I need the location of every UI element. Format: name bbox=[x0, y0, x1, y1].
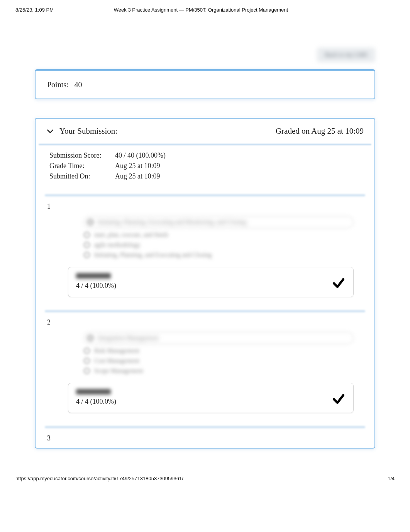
feedback-box: Feedback 4 / 4 (100.0%) bbox=[68, 383, 354, 413]
radio-icon bbox=[83, 367, 90, 374]
answer-option-selected[interactable]: Initiating, Planning, Executing and Moni… bbox=[83, 216, 354, 228]
feedback-label: Feedback bbox=[76, 273, 111, 279]
answer-text: Scope Management bbox=[94, 367, 143, 374]
submission-score-label: Submission Score: bbox=[49, 151, 115, 160]
submission-header[interactable]: Your Submission: Graded on Aug 25 at 10:… bbox=[36, 119, 374, 144]
question-block: 1 Initiating, Planning, Executing and Mo… bbox=[36, 200, 374, 307]
radio-icon bbox=[83, 252, 90, 258]
back-to-lms-button[interactable]: Back to my LMS bbox=[317, 48, 375, 62]
question-number: 1 bbox=[45, 200, 365, 214]
answer-text: Risk Management bbox=[94, 347, 139, 354]
radio-icon bbox=[83, 357, 90, 364]
answer-options: Integration Management Risk Management C… bbox=[83, 330, 354, 376]
divider bbox=[45, 310, 365, 312]
points-card: Points: 40 bbox=[35, 69, 375, 99]
print-timestamp: 8/25/23, 1:09 PM bbox=[15, 7, 54, 13]
answer-text: start, plan, execute, and finish bbox=[94, 231, 168, 238]
divider bbox=[45, 426, 365, 428]
radio-icon bbox=[87, 335, 94, 342]
answer-text: Initiating, Planning, and Executing and … bbox=[94, 252, 212, 258]
submitted-on-value: Aug 25 at 10:09 bbox=[115, 172, 160, 180]
radio-icon bbox=[83, 347, 90, 354]
answer-options: Initiating, Planning, Executing and Moni… bbox=[83, 214, 354, 260]
question-block: 3 bbox=[36, 432, 374, 448]
submission-card: Your Submission: Graded on Aug 25 at 10:… bbox=[35, 118, 375, 449]
answer-option[interactable]: agile methodology bbox=[83, 240, 354, 250]
answer-text: Integration Management bbox=[98, 335, 159, 342]
question-number: 2 bbox=[45, 316, 365, 330]
print-footer: https://app.myeducator.com/course/activi… bbox=[0, 464, 410, 488]
answer-text: agile methodology bbox=[94, 241, 141, 248]
feedback-label: Feedback bbox=[76, 389, 111, 394]
answer-text: Initiating, Planning, Executing and Moni… bbox=[98, 219, 246, 226]
graded-on-text: Graded on Aug 25 at 10:09 bbox=[276, 126, 364, 136]
answer-option[interactable]: start, plan, execute, and finish bbox=[83, 230, 354, 240]
question-score: 4 / 4 (100.0%) bbox=[76, 282, 332, 290]
divider bbox=[39, 144, 371, 145]
divider bbox=[45, 194, 365, 196]
answer-option[interactable]: Cost Management bbox=[83, 356, 354, 366]
print-url: https://app.myeducator.com/course/activi… bbox=[15, 476, 183, 481]
answer-option[interactable]: Risk Management bbox=[83, 346, 354, 356]
radio-icon bbox=[87, 219, 94, 226]
print-header: 8/25/23, 1:09 PM Week 3 Practice Assignm… bbox=[0, 0, 410, 13]
feedback-box: Feedback 4 / 4 (100.0%) bbox=[68, 267, 354, 297]
submission-title: Your Submission: bbox=[59, 126, 117, 136]
submission-score-value: 40 / 40 (100.00%) bbox=[115, 151, 166, 160]
question-number: 3 bbox=[45, 432, 365, 446]
print-page-number: 1/4 bbox=[388, 476, 395, 481]
question-block: 2 Integration Management Risk Management bbox=[36, 316, 374, 423]
points-value: 40 bbox=[75, 80, 82, 89]
answer-text: Cost Management bbox=[94, 357, 139, 364]
question-score: 4 / 4 (100.0%) bbox=[76, 398, 332, 406]
check-icon bbox=[332, 392, 346, 406]
answer-option[interactable]: Scope Management bbox=[83, 366, 354, 376]
points-label: Points: bbox=[47, 80, 69, 89]
grade-time-value: Aug 25 at 10:09 bbox=[115, 162, 160, 170]
print-title: Week 3 Practice Assignment — PM/350T: Or… bbox=[54, 7, 348, 13]
answer-option[interactable]: Initiating, Planning, and Executing and … bbox=[83, 250, 354, 260]
chevron-down-icon[interactable] bbox=[46, 127, 54, 135]
submission-meta: Submission Score: 40 / 40 (100.00%) Grad… bbox=[36, 145, 374, 191]
answer-option-selected[interactable]: Integration Management bbox=[83, 332, 354, 344]
radio-icon bbox=[83, 241, 90, 248]
grade-time-label: Grade Time: bbox=[49, 162, 115, 170]
radio-icon bbox=[83, 231, 90, 238]
submitted-on-label: Submitted On: bbox=[49, 172, 115, 180]
check-icon bbox=[332, 276, 346, 290]
